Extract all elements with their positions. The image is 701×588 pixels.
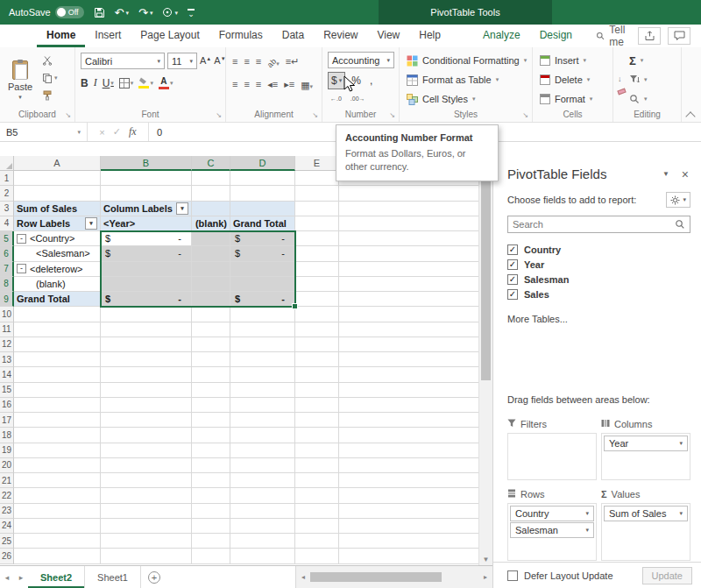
cell-C6[interactable] — [192, 246, 230, 261]
more-tables-link[interactable]: More Tables... — [507, 314, 690, 324]
share-button[interactable] — [638, 27, 661, 45]
cell-C3[interactable] — [192, 202, 230, 216]
cell-A4[interactable]: Row Labels▾ — [14, 216, 101, 231]
collapse-button[interactable]: - — [17, 264, 26, 273]
cell-A26[interactable] — [14, 549, 101, 563]
cell-B20[interactable] — [101, 458, 192, 473]
format-painter-button[interactable] — [42, 89, 58, 102]
cell-D21[interactable] — [230, 473, 295, 488]
chevron-down-icon[interactable]: ▾ — [679, 440, 683, 447]
cell-D16[interactable] — [230, 398, 295, 413]
cell-C7[interactable] — [192, 262, 230, 277]
cell-B1[interactable] — [101, 171, 192, 186]
cell-C5[interactable] — [192, 231, 230, 246]
customize-qat-button[interactable]: ⌄ — [188, 9, 195, 16]
cell-D8[interactable] — [230, 277, 295, 292]
align-left-icon[interactable]: ≡ — [232, 80, 237, 89]
cell-B4[interactable]: <Year> — [101, 216, 192, 231]
tab-view[interactable]: View — [367, 25, 409, 47]
sheet-tab-sheet2[interactable]: Sheet2 — [28, 566, 85, 588]
row-header-8[interactable]: 8 — [0, 277, 14, 292]
field-item-year[interactable]: ✓Year — [507, 257, 690, 272]
sheet-tab-sheet1[interactable]: Sheet1 — [85, 566, 141, 588]
dialog-launcher-icon[interactable]: ↘ — [389, 111, 395, 119]
cell-B9[interactable]: $- — [101, 292, 192, 307]
tab-data[interactable]: Data — [273, 25, 314, 47]
cell-C17[interactable] — [192, 413, 230, 428]
cell-C21[interactable] — [192, 473, 230, 488]
cell-E17[interactable] — [295, 413, 339, 428]
cell-D18[interactable] — [230, 428, 295, 443]
column-header-D[interactable]: D — [230, 156, 295, 171]
tab-scroll-left-icon[interactable]: ◂ — [0, 566, 14, 588]
conditional-formatting-button[interactable]: Conditional Formatting▾ — [407, 53, 527, 67]
row-header-25[interactable]: 25 — [0, 534, 14, 549]
row-header-15[interactable]: 15 — [0, 383, 14, 398]
cell-B3[interactable]: Column Labels▾ — [101, 202, 192, 216]
align-center-icon[interactable]: ≡ — [244, 80, 249, 89]
row-header-7[interactable]: 7 — [0, 262, 14, 277]
select-all-corner[interactable] — [0, 156, 14, 171]
enter-icon[interactable]: ✓ — [113, 126, 121, 138]
cell-D7[interactable] — [230, 262, 295, 277]
row-header-18[interactable]: 18 — [0, 428, 14, 443]
cell-A6[interactable]: <Salesman> — [14, 246, 101, 261]
increase-indent-icon[interactable]: ▸≡ — [284, 80, 294, 89]
copy-button[interactable]: ▾ — [42, 72, 58, 84]
row-header-13[interactable]: 13 — [0, 352, 14, 367]
paste-button[interactable]: Paste ▾ — [4, 52, 37, 110]
row-header-19[interactable]: 19 — [0, 443, 14, 458]
cell-B16[interactable] — [101, 398, 192, 413]
cell-A2[interactable] — [14, 186, 101, 201]
column-header-E[interactable]: E — [295, 156, 339, 171]
row-header-26[interactable]: 26 — [0, 549, 14, 563]
dialog-launcher-icon[interactable]: ↘ — [216, 111, 222, 119]
cell-D15[interactable] — [230, 383, 295, 398]
autosave-toggle[interactable]: AutoSave Off — [9, 6, 84, 18]
scroll-right-icon[interactable]: ▸ — [478, 573, 492, 581]
cell-D10[interactable] — [230, 307, 295, 322]
cell-A7[interactable]: -<deleterow> — [14, 262, 101, 277]
row-header-22[interactable]: 22 — [0, 488, 14, 503]
chevron-down-icon[interactable]: ▾ — [585, 527, 589, 534]
cell-C20[interactable] — [192, 458, 230, 473]
orientation-button[interactable]: ab▾ — [267, 53, 280, 69]
find-select-button[interactable]: ▾ — [629, 92, 648, 106]
row-header-12[interactable]: 12 — [0, 337, 14, 352]
cell-E8[interactable] — [295, 277, 339, 292]
cell-E15[interactable] — [295, 383, 339, 398]
cell-C13[interactable] — [192, 352, 230, 367]
horizontal-scrollbar[interactable]: ◂ ▸ — [295, 566, 492, 588]
cell-E7[interactable] — [295, 262, 339, 277]
cell-D20[interactable] — [230, 458, 295, 473]
format-cells-button[interactable]: Format▾ — [540, 92, 592, 106]
row-header-24[interactable]: 24 — [0, 519, 14, 534]
formula-input[interactable]: 0 — [149, 127, 162, 138]
cell-A15[interactable] — [14, 383, 101, 398]
cell-B22[interactable] — [101, 488, 192, 503]
area-box-values[interactable]: Sum of Sales▾ — [601, 503, 690, 561]
cell-C2[interactable] — [192, 186, 230, 201]
fill-color-button[interactable]: ▾ — [138, 77, 153, 89]
cell-B23[interactable] — [101, 504, 192, 519]
pane-options-icon[interactable]: ▼ — [662, 170, 669, 178]
tell-me-button[interactable]: Tell me — [596, 25, 638, 47]
tab-analyze[interactable]: Analyze — [473, 25, 530, 47]
row-header-5[interactable]: 5 — [0, 231, 14, 246]
cell-A16[interactable] — [14, 398, 101, 413]
number-format-combo[interactable]: Accounting▾ — [328, 52, 394, 68]
cell-A25[interactable] — [14, 534, 101, 549]
cell-D1[interactable] — [230, 171, 295, 186]
font-name-combo[interactable]: Calibri▾ — [81, 53, 165, 69]
cell-A22[interactable] — [14, 488, 101, 503]
tools-button[interactable]: ▾ — [666, 192, 690, 208]
clear-icon[interactable] — [617, 89, 626, 96]
column-header-B[interactable]: B — [101, 156, 192, 171]
cell-E3[interactable] — [295, 202, 339, 216]
cell-C24[interactable] — [192, 519, 230, 534]
area-field-sum-of-sales[interactable]: Sum of Sales▾ — [604, 506, 688, 521]
insert-function-button[interactable]: fx — [129, 125, 137, 138]
cell-B11[interactable] — [101, 322, 192, 337]
cell-C18[interactable] — [192, 428, 230, 443]
fill-down-icon[interactable]: ↓ — [618, 74, 626, 83]
